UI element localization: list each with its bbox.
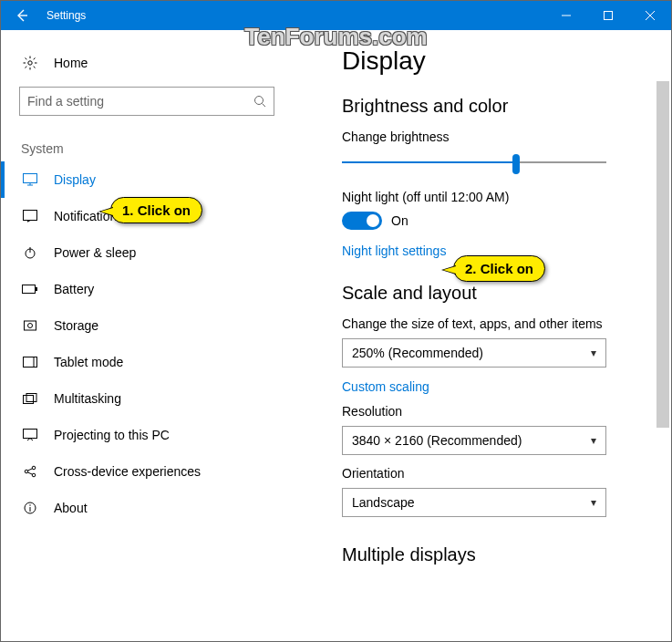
callout-2: 2. Click on [453, 255, 545, 282]
scale-label: Change the size of text, apps, and other… [342, 316, 653, 331]
night-light-state: On [391, 213, 408, 228]
maximize-button[interactable] [587, 1, 629, 30]
titlebar: Settings [1, 1, 671, 30]
scale-value: 250% (Recommended) [352, 346, 483, 360]
nav-storage[interactable]: Storage [1, 307, 284, 344]
brightness-label: Change brightness [342, 129, 653, 144]
notification-icon [21, 210, 39, 223]
nav-multitasking[interactable]: Multitasking [1, 380, 284, 417]
window-title: Settings [47, 9, 86, 22]
category-label: System [1, 129, 284, 161]
svg-point-30 [25, 470, 28, 473]
svg-line-33 [28, 469, 33, 471]
resolution-label: Resolution [342, 404, 653, 419]
night-light-toggle[interactable] [342, 212, 382, 230]
callout-1-text: 1. Click on [122, 202, 191, 218]
chevron-down-icon: ▾ [591, 434, 596, 447]
svg-point-4 [28, 61, 32, 65]
resolution-value: 3840 × 2160 (Recommended) [352, 433, 522, 448]
section-scale: Scale and layout [342, 283, 653, 304]
section-brightness: Brightness and color [342, 96, 653, 117]
scale-select[interactable]: 250% (Recommended) ▾ [342, 338, 606, 368]
nav-label: Multitasking [54, 391, 121, 406]
orientation-value: Landscape [352, 495, 415, 510]
close-icon [646, 11, 655, 20]
home-link[interactable]: Home [1, 48, 284, 78]
home-label: Home [54, 56, 88, 70]
svg-rect-23 [25, 321, 36, 330]
svg-rect-22 [36, 287, 37, 291]
callout-1: 1. Click on [110, 197, 202, 223]
svg-line-14 [263, 104, 266, 108]
maximize-icon [604, 11, 613, 20]
nav-label: Storage [54, 318, 98, 333]
slider-thumb[interactable] [512, 154, 520, 174]
section-multiple: Multiple displays [342, 544, 653, 565]
storage-icon [21, 319, 39, 332]
share-icon [21, 465, 39, 478]
tablet-icon [21, 357, 39, 368]
multitask-icon [21, 393, 39, 404]
svg-rect-29 [24, 430, 37, 439]
svg-point-37 [29, 504, 30, 505]
arrow-left-icon [15, 8, 29, 23]
svg-point-32 [32, 473, 36, 477]
minimize-icon [562, 11, 571, 20]
nav-label: About [54, 501, 88, 515]
back-button[interactable] [1, 1, 43, 30]
orientation-select[interactable]: Landscape ▾ [342, 488, 606, 517]
nav-label: Cross-device experiences [54, 464, 201, 479]
main-panel: Display Brightness and color Change brig… [284, 30, 671, 641]
svg-rect-1 [605, 12, 613, 20]
page-title: Display [342, 47, 653, 76]
svg-line-10 [34, 67, 36, 68]
callout-2-text: 2. Click on [465, 261, 533, 276]
svg-rect-18 [24, 211, 37, 221]
minimize-button[interactable] [545, 1, 587, 30]
project-icon [21, 429, 39, 441]
nav-label: Power & sleep [54, 245, 136, 260]
svg-rect-28 [26, 394, 36, 402]
svg-line-9 [26, 58, 27, 60]
search-input[interactable]: Find a setting [19, 87, 274, 116]
monitor-icon [21, 173, 39, 186]
nav-battery[interactable]: Battery [1, 271, 284, 307]
custom-scaling-link[interactable]: Custom scaling [342, 379, 429, 394]
slider-fill [342, 161, 516, 163]
nav-about[interactable]: About [1, 490, 284, 526]
scrollbar-thumb[interactable] [656, 81, 669, 428]
brightness-slider[interactable] [342, 151, 606, 173]
svg-line-12 [26, 67, 27, 68]
nav-cross-device[interactable]: Cross-device experiences [1, 453, 284, 490]
chevron-down-icon: ▾ [591, 347, 596, 359]
nav-label: Battery [54, 282, 94, 296]
toggle-knob [367, 214, 379, 227]
svg-line-11 [34, 58, 36, 60]
nav-power[interactable]: Power & sleep [1, 234, 284, 271]
resolution-select[interactable]: 3840 × 2160 (Recommended) ▾ [342, 426, 606, 455]
nav-label: Tablet mode [54, 355, 123, 369]
content-area: Home Find a setting System Display Notif… [1, 30, 671, 641]
nav-label: Projecting to this PC [54, 428, 170, 442]
svg-rect-27 [24, 396, 34, 404]
nav-display[interactable]: Display [1, 161, 284, 198]
night-light-settings-link[interactable]: Night light settings [342, 243, 446, 258]
power-icon [21, 246, 39, 259]
chevron-down-icon: ▾ [591, 496, 596, 509]
night-light-label: Night light (off until 12:00 AM) [342, 190, 653, 204]
svg-point-13 [255, 97, 264, 105]
sidebar: Home Find a setting System Display Notif… [1, 30, 284, 641]
svg-point-31 [32, 466, 36, 470]
search-icon [253, 95, 266, 108]
svg-rect-15 [24, 174, 37, 183]
svg-line-34 [28, 472, 33, 474]
orientation-label: Orientation [342, 466, 653, 481]
nav-label: Display [54, 172, 96, 187]
window-controls [545, 1, 671, 30]
svg-point-24 [28, 324, 33, 328]
nav-tablet[interactable]: Tablet mode [1, 344, 284, 380]
close-button[interactable] [629, 1, 671, 30]
nav-projecting[interactable]: Projecting to this PC [1, 417, 284, 453]
gear-icon [21, 56, 39, 70]
svg-rect-25 [24, 357, 37, 368]
